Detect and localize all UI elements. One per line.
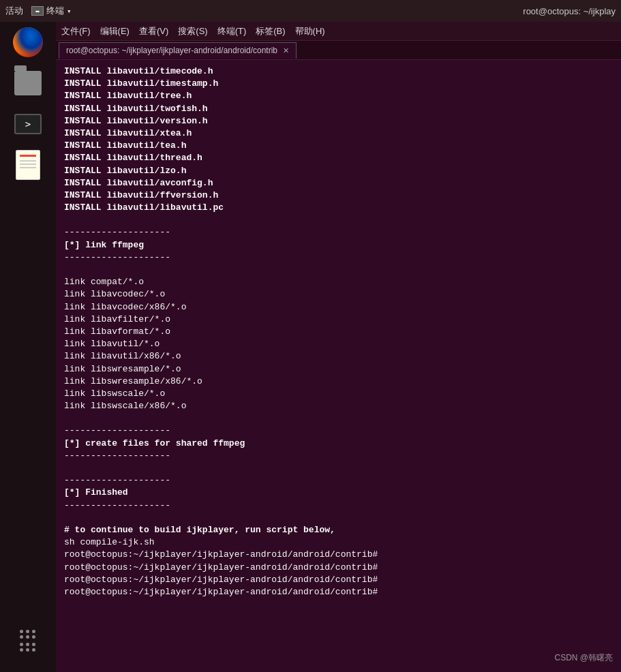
terminal-line: [*] create files for shared ffmpeg — [64, 438, 613, 450]
terminal-line: INSTALL libavutil/timestamp.h — [64, 78, 613, 90]
terminal-line: root@octopus:~/ijkplayer/ijkplayer-andro… — [64, 562, 613, 574]
dot — [26, 643, 29, 646]
sidebar-icon-terminal[interactable] — [10, 106, 46, 142]
top-right-info: root@octopus: ~/ijkplay — [523, 0, 621, 22]
terminal-line: link libavfilter/*.o — [64, 314, 613, 326]
watermark: CSDN @韩曙亮 — [554, 652, 613, 664]
menu-file[interactable]: 文件(F) — [61, 25, 91, 37]
terminal-line: root@octopus:~/ijkplayer/ijkplayer-andro… — [64, 574, 613, 586]
sidebar-bottom-dots — [20, 630, 36, 652]
terminal-line — [64, 412, 613, 425]
dots-grid-1 — [20, 630, 36, 639]
dot — [26, 648, 29, 652]
terminal-line: INSTALL libavutil/twofish.h — [64, 103, 613, 115]
terminal-label: 终端 — [46, 5, 64, 17]
top-right-text: root@octopus: ~/ijkplay — [523, 6, 616, 16]
terminal-line: -------------------- — [64, 425, 613, 437]
terminal-content[interactable]: INSTALL libavutil/timecode.hINSTALL liba… — [56, 60, 621, 672]
dot — [20, 630, 23, 633]
dot — [32, 643, 35, 646]
terminal-line: link libswscale/x86/*.o — [64, 400, 613, 412]
terminal-line: [*] link ffmpeg — [64, 239, 613, 251]
desktop: 活动 ▬ 终端 ▾ root@octopus: ~/ijkplay — [0, 0, 621, 672]
dot — [32, 648, 35, 652]
terminal-line: -------------------- — [64, 251, 613, 264]
terminal-menu-bar: 文件(F) 编辑(E) 查看(V) 搜索(S) 终端(T) 标签(B) 帮助(H… — [56, 22, 621, 41]
menu-search[interactable]: 搜索(S) — [178, 25, 207, 37]
terminal-line: root@octopus:~/ijkplayer/ijkplayer-andro… — [64, 586, 613, 598]
terminal-line: link libavcodec/x86/*.o — [64, 301, 613, 314]
notepad-icon — [16, 150, 40, 180]
terminal-line: INSTALL libavutil/version.h — [64, 115, 613, 127]
terminal-line: INSTALL libavutil/timecode.h — [64, 65, 613, 78]
terminal-line — [64, 214, 613, 226]
terminal-line: link compat/*.o — [64, 276, 613, 288]
terminal-line: sh compile-ijk.sh — [64, 536, 613, 549]
terminal-line: INSTALL libavutil/tree.h — [64, 90, 613, 102]
terminal-line — [64, 264, 613, 276]
terminal-menu: 文件(F) 编辑(E) 查看(V) 搜索(S) 终端(T) 标签(B) 帮助(H… — [61, 25, 325, 37]
terminal-line: INSTALL libavutil/tea.h — [64, 140, 613, 152]
terminal-line: INSTALL libavutil/thread.h — [64, 152, 613, 164]
terminal-line: INSTALL libavutil/lzo.h — [64, 165, 613, 177]
terminal-line: -------------------- — [64, 500, 613, 512]
dots-grid-2 — [20, 643, 36, 652]
menu-terminal[interactable]: 终端(T) — [217, 25, 247, 37]
terminal-line: # to continue to build ijkplayer, run sc… — [64, 524, 613, 536]
left-sidebar — [0, 0, 56, 672]
terminal-arrow[interactable]: ▾ — [67, 7, 72, 16]
terminal-line: link libswresample/*.o — [64, 363, 613, 376]
dot — [32, 635, 35, 639]
menu-edit[interactable]: 编辑(E) — [100, 25, 130, 37]
menu-view[interactable]: 查看(V) — [139, 25, 168, 37]
terminal-line: INSTALL libavutil/xtea.h — [64, 127, 613, 140]
terminal-line: link libavutil/*.o — [64, 338, 613, 350]
terminal-line: link libswscale/*.o — [64, 388, 613, 400]
terminal-line: link libavcodec/*.o — [64, 288, 613, 301]
terminal-line: -------------------- — [64, 474, 613, 487]
menu-tabs[interactable]: 标签(B) — [256, 25, 285, 37]
terminal-line: -------------------- — [64, 226, 613, 239]
terminal-tab-bar: root@octopus: ~/ijkplayer/ijkplayer-andr… — [56, 41, 621, 60]
dot — [32, 630, 35, 633]
sidebar-icon-notepad[interactable] — [10, 147, 46, 183]
terminal-line: -------------------- — [64, 450, 613, 462]
terminal-line: INSTALL libavutil/ffversion.h — [64, 189, 613, 202]
sidebar-icon-firefox[interactable] — [10, 25, 46, 60]
terminal-window: 文件(F) 编辑(E) 查看(V) 搜索(S) 终端(T) 标签(B) 帮助(H… — [56, 22, 621, 672]
firefox-flame — [13, 27, 43, 57]
terminal-line: INSTALL libavutil/avconfig.h — [64, 177, 613, 189]
terminal-line: INSTALL libavutil/libavutil.pc — [64, 202, 613, 214]
watermark-text: CSDN @韩曙亮 — [554, 653, 613, 662]
terminal-tab-active[interactable]: root@octopus: ~/ijkplayer/ijkplayer-andr… — [59, 42, 297, 59]
top-bar: 活动 ▬ 终端 ▾ root@octopus: ~/ijkplay — [0, 0, 621, 22]
terminal-line: link libavformat/*.o — [64, 326, 613, 338]
dot — [20, 635, 23, 639]
files-icon — [14, 71, 42, 95]
terminal-line — [64, 462, 613, 474]
terminal-icon — [14, 114, 42, 134]
terminal-line: link libavutil/x86/*.o — [64, 350, 613, 363]
dot — [26, 635, 29, 639]
sidebar-icon-files[interactable] — [10, 65, 46, 101]
dot — [26, 630, 29, 633]
terminal-line: link libswresample/x86/*.o — [64, 376, 613, 388]
firefox-icon — [13, 27, 43, 57]
terminal-menu-icon[interactable]: ▬ — [31, 6, 44, 16]
terminal-tab-label: root@octopus: ~/ijkplayer/ijkplayer-andr… — [66, 46, 277, 55]
terminal-line — [64, 512, 613, 524]
menu-help[interactable]: 帮助(H) — [295, 25, 325, 37]
dot — [20, 643, 23, 646]
activity-label[interactable]: 活动 — [5, 5, 23, 17]
terminal-tab-close[interactable]: ✕ — [283, 46, 289, 55]
dot — [20, 648, 23, 652]
terminal-line: [*] Finished — [64, 487, 613, 499]
terminal-line: root@octopus:~/ijkplayer/ijkplayer-andro… — [64, 549, 613, 561]
